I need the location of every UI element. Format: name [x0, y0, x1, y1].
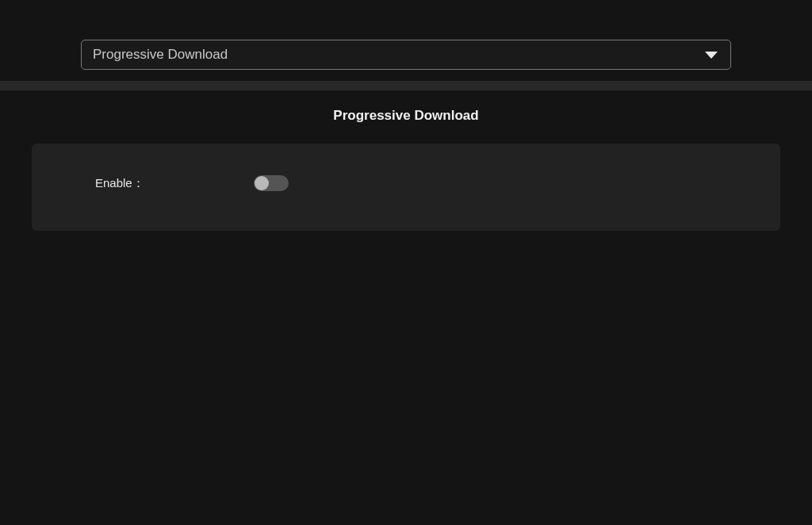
content-section: Progressive Download Enable： [0, 90, 812, 231]
mode-dropdown[interactable]: Progressive Download [81, 40, 731, 70]
dropdown-selected-label: Progressive Download [93, 47, 228, 63]
top-bar: Progressive Download [0, 0, 812, 81]
settings-panel: Enable： [32, 144, 780, 231]
enable-label: Enable： [63, 176, 254, 191]
section-divider [0, 81, 812, 90]
toggle-knob [255, 176, 269, 190]
page-title: Progressive Download [333, 108, 478, 124]
chevron-down-icon [705, 52, 718, 59]
enable-toggle[interactable] [254, 175, 289, 191]
